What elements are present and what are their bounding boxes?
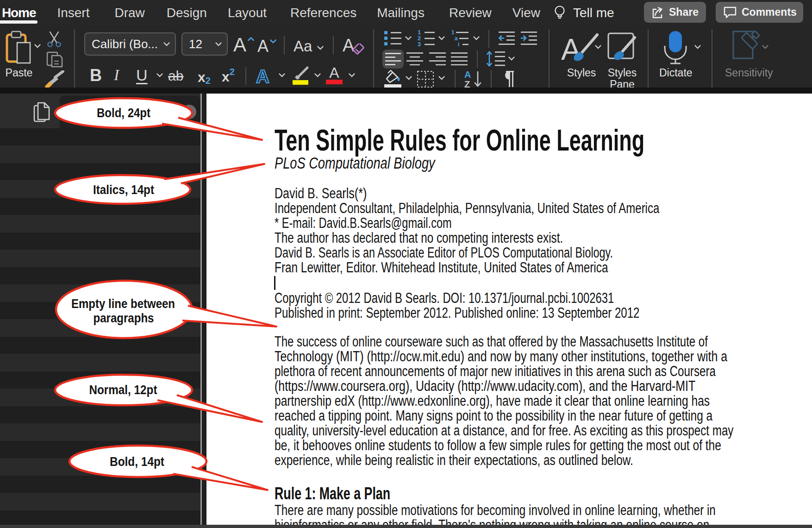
font-name-select[interactable]: Calibri (Bo... [84, 32, 176, 56]
increase-indent-button[interactable] [521, 31, 537, 46]
tell-me[interactable]: Tell me [554, 0, 614, 25]
share-button[interactable]: Share [644, 2, 706, 23]
document-line: (https://www.coursera.org), Udacity (htt… [275, 379, 812, 394]
font-size-chevron [215, 42, 222, 47]
numbering-mark-3: 3 [418, 41, 421, 47]
pages-icon[interactable] [33, 102, 51, 123]
dictate-button[interactable] [661, 30, 690, 65]
line-spacing-button[interactable] [487, 50, 505, 67]
underline-button[interactable]: U [136, 66, 148, 84]
document-line-text: The author has declared that no competin… [275, 231, 563, 245]
menu-tab-insert[interactable]: Insert [57, 0, 89, 25]
document-line: The author has declared that no competin… [275, 231, 772, 245]
sensitivity-button[interactable] [731, 31, 763, 64]
menu-tab-design[interactable]: Design [167, 0, 207, 25]
superscript-button[interactable]: x2 [222, 65, 235, 85]
document-page[interactable]: Ten Simple Rules for Online Learning PLo… [206, 94, 812, 525]
format-painter-button[interactable] [44, 70, 64, 90]
document-line: experience, while being realistic in the… [275, 453, 812, 468]
menu-tab-references[interactable]: References [290, 0, 356, 25]
multilevel-list-chevron[interactable] [473, 36, 480, 41]
justify-button[interactable] [451, 52, 468, 65]
superscript-letter: x [222, 69, 230, 85]
dictate-label: Dictate [659, 67, 692, 79]
align-right-button[interactable] [429, 52, 446, 65]
styles-chevron[interactable] [594, 44, 602, 50]
copy-button[interactable] [46, 51, 64, 69]
change-case-button[interactable]: Aa [294, 38, 324, 55]
highlight-button[interactable] [291, 66, 310, 85]
paste-clipboard-icon [5, 31, 32, 66]
numbering-chevron[interactable] [438, 36, 445, 41]
sensitivity-label: Sensitivity [725, 67, 771, 79]
numbering-button[interactable]: 1 2 3 [418, 30, 435, 47]
comments-button[interactable]: Comments [716, 2, 803, 23]
text-effects-letter: A [256, 66, 269, 87]
document-meta-block: Copyright © 2012 David B Searls. DOI: 10… [275, 291, 746, 321]
shading-button[interactable] [384, 70, 402, 88]
bullets-chevron[interactable] [405, 36, 412, 41]
menu-tab-review[interactable]: Review [449, 0, 492, 25]
text-effects-button[interactable]: A [256, 66, 269, 87]
shading-chevron[interactable] [405, 75, 412, 81]
clear-formatting-button[interactable]: A [343, 36, 364, 56]
align-center-button[interactable] [406, 52, 423, 65]
menu-bar: HomeInsertDrawDesignLayoutReferencesMail… [0, 0, 812, 25]
bullets-button[interactable] [384, 31, 402, 46]
underline-chevron[interactable] [156, 73, 163, 78]
document-line: quality, university-level education at a… [275, 423, 812, 438]
sort-button[interactable]: A Z [464, 70, 483, 88]
cut-button[interactable] [46, 31, 62, 48]
borders-chevron[interactable] [438, 75, 445, 81]
italic-button[interactable]: I [114, 66, 119, 84]
sidebar-active-tab[interactable] [60, 95, 200, 128]
document-line: partnership edX (http://www.edxonline.or… [275, 394, 812, 409]
dictate-chevron[interactable] [694, 44, 701, 50]
paste-button[interactable] [5, 31, 32, 66]
sidebar-thumbnail-area[interactable] [0, 128, 200, 525]
line-spacing-chevron[interactable] [508, 56, 515, 61]
strikethrough-letters: ab [168, 68, 183, 84]
document-body-paragraph: The success of online courseware such as… [275, 334, 812, 468]
menu-tab-view[interactable]: View [512, 0, 540, 25]
subscript-button[interactable]: x2 [198, 68, 211, 86]
document-line: David B. Searls is an Associate Editor o… [275, 245, 772, 260]
styles-pane-button[interactable] [607, 32, 637, 65]
menu-tab-draw[interactable]: Draw [114, 0, 144, 25]
font-name-chevron [163, 42, 170, 47]
font-color-button[interactable]: A [326, 66, 343, 84]
borders-button[interactable] [417, 70, 434, 88]
ribbon-tabs: HomeInsertDrawDesignLayoutReferencesMail… [2, 0, 540, 25]
word-window: HomeInsertDrawDesignLayoutReferencesMail… [0, 0, 812, 528]
decrease-indent-icon [499, 31, 515, 46]
align-left-button[interactable] [382, 50, 404, 69]
paste-dropdown-chevron[interactable] [34, 44, 41, 49]
shrink-font-button[interactable]: A [257, 37, 277, 56]
decrease-indent-button[interactable] [499, 31, 515, 46]
justify-icon [451, 52, 468, 65]
highlight-chevron[interactable] [314, 73, 321, 78]
group-divider [333, 36, 334, 54]
menu-tab-layout[interactable]: Layout [228, 0, 267, 25]
menu-tab-mailings[interactable]: Mailings [377, 0, 425, 25]
font-color-chevron[interactable] [348, 73, 356, 78]
menu-tab-home[interactable]: Home [2, 0, 36, 25]
copy-icon [46, 51, 64, 69]
bold-button[interactable]: B [90, 66, 102, 85]
document-subtitle: PLoS Computational Biology [275, 154, 481, 172]
strikethrough-button[interactable]: ab [168, 68, 183, 84]
grow-font-button[interactable]: A [233, 34, 255, 56]
multilevel-mark-1: 1 [451, 30, 455, 36]
document-line-text: reached a tipping point. Many signs poin… [275, 409, 712, 423]
shrink-font-letter: A [257, 37, 269, 56]
sidebar-collapse-button[interactable] [182, 105, 196, 119]
text-effects-chevron[interactable] [278, 73, 286, 78]
font-size-select[interactable]: 12 [181, 32, 228, 56]
multilevel-list-button[interactable]: 1 a i [451, 30, 469, 47]
document-line-text: Technology (MIT) (http://ocw.mit.edu) an… [275, 349, 727, 364]
subscript-letter: x [198, 69, 206, 85]
pilcrow-button[interactable] [503, 70, 515, 88]
styles-pane-icon [607, 32, 637, 65]
group-divider [455, 70, 456, 88]
document-line-text: * E-mail: David.B.Searls@gmail.com [275, 216, 452, 231]
